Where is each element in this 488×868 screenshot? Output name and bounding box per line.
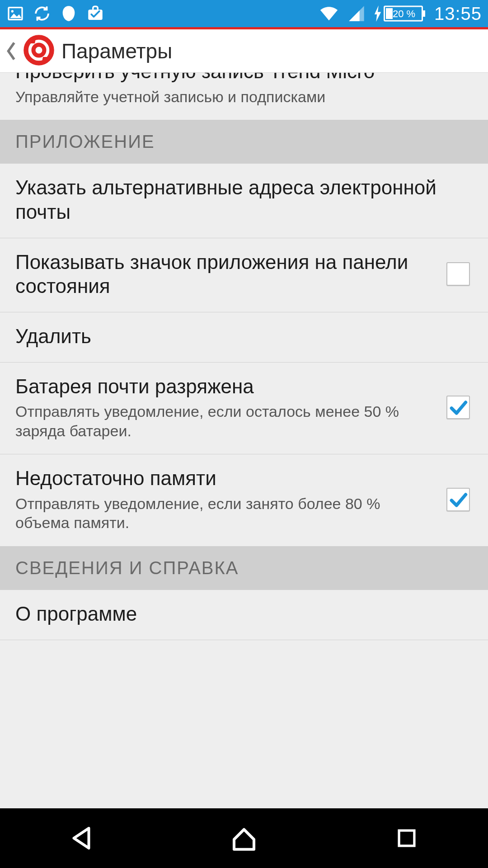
nav-home-button[interactable]	[208, 818, 280, 859]
sync-icon	[33, 4, 52, 23]
item-show-icon[interactable]: Показывать значок приложения на панели с…	[0, 238, 488, 312]
back-button[interactable]	[5, 41, 16, 61]
section-header-app: ПРИЛОЖЕНИЕ	[0, 120, 488, 164]
section-header-help: СВЕДЕНИЯ И СПРАВКА	[0, 546, 488, 590]
checkbox-show-icon[interactable]	[446, 262, 470, 286]
item-title: Батарея почти разряжена	[15, 374, 437, 399]
svg-point-6	[26, 37, 52, 63]
checkbox-memory-low[interactable]	[446, 488, 470, 511]
item-title: Проверить учетную запись Trend Micro	[15, 73, 473, 84]
item-title: О программе	[15, 602, 473, 626]
screen: 20 % 20 % 13:55 Параметры Пр	[0, 0, 488, 868]
image-icon	[6, 5, 24, 23]
item-alt-email[interactable]: Указать альтернативные адреса электронно…	[0, 164, 488, 238]
nav-bar	[0, 808, 488, 868]
app-bar-title: Параметры	[61, 39, 172, 63]
status-time: 13:55	[434, 4, 482, 24]
item-subtitle: Отправлять уведомление, если осталось ме…	[15, 402, 437, 440]
app-notification-icon	[60, 5, 78, 23]
item-delete[interactable]: Удалить	[0, 312, 488, 363]
battery-percent-text: 20 %	[393, 8, 415, 19]
item-check-account[interactable]: Проверить учетную запись Trend Micro Упр…	[0, 73, 488, 120]
settings-list[interactable]: Проверить учетную запись Trend Micro Упр…	[0, 73, 488, 808]
item-subtitle: Управляйте учетной записью и подписками	[15, 87, 473, 107]
status-bar: 20 % 20 % 13:55	[0, 0, 488, 27]
svg-point-1	[11, 10, 14, 12]
item-title: Указать альтернативные адреса электронно…	[15, 175, 473, 224]
checkbox-battery-low[interactable]	[446, 396, 470, 419]
item-battery-low[interactable]: Батарея почти разряжена Отправлять уведо…	[0, 363, 488, 455]
item-title: Показывать значок приложения на панели с…	[15, 250, 437, 298]
svg-rect-5	[386, 8, 393, 19]
wifi-icon	[319, 5, 339, 23]
app-logo-icon	[23, 34, 55, 68]
charging-icon	[374, 5, 382, 22]
item-about[interactable]: О программе	[0, 590, 488, 640]
item-memory-low[interactable]: Недостаточно памяти Отправлять уведомлен…	[0, 454, 488, 546]
briefcase-icon	[86, 4, 105, 23]
status-left	[6, 4, 105, 23]
nav-recent-icon	[394, 825, 420, 851]
item-title: Удалить	[15, 324, 473, 349]
status-right: 20 % 20 % 13:55	[319, 4, 482, 24]
item-title: Недостаточно памяти	[15, 466, 437, 491]
svg-point-7	[33, 45, 44, 56]
nav-recent-button[interactable]	[371, 818, 443, 859]
nav-back-icon	[66, 823, 96, 853]
check-icon	[448, 490, 468, 509]
item-subtitle: Отправлять уведомление, если занято боле…	[15, 494, 437, 533]
nav-home-icon	[229, 823, 259, 853]
battery-icon: 20 %	[384, 5, 426, 23]
check-icon	[448, 397, 468, 417]
app-bar: Параметры	[0, 29, 488, 73]
svg-rect-8	[399, 830, 414, 846]
signal-icon	[347, 5, 366, 23]
svg-rect-4	[422, 10, 425, 17]
settings-list-inner: Проверить учетную запись Trend Micro Упр…	[0, 73, 488, 640]
battery-indicator: 20 % 20 %	[374, 5, 426, 23]
nav-back-button[interactable]	[45, 818, 117, 859]
